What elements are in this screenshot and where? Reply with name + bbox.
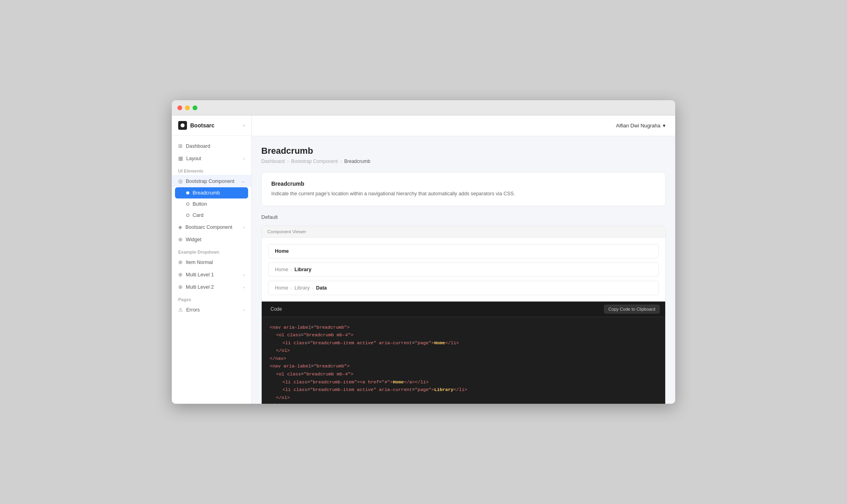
page-title: Breadcrumb (261, 146, 666, 156)
code-section: Code Copy Code to Clipboard <nav aria-la… (262, 302, 665, 404)
user-dropdown-icon: ▾ (663, 123, 666, 129)
logo-text: Bootsarc (190, 122, 215, 129)
bootstrap-icon: ◎ (178, 178, 183, 184)
sidebar-collapse-button[interactable]: ‹ (243, 123, 245, 128)
code-tab-label: Code (267, 305, 285, 314)
info-card-desc: Indicate the current page's location wit… (271, 190, 656, 198)
widget-icon: ⊕ (178, 236, 183, 242)
code-line-2: <ol class="breadcrumb mb-4"> (270, 331, 657, 339)
sidebar-nav: ⊞ Dashboard ▦ Layout ‹ UI Elements ◎ (172, 136, 251, 404)
section-ui-label: UI Elements (172, 165, 251, 175)
code-line-4: </ol> (270, 347, 657, 355)
code-line-8: <li class="breadcrumb-item"><a href="#">… (270, 378, 657, 386)
content-area: Breadcrumb Dashboard › Bootstrap Compone… (252, 136, 675, 404)
bc3-sep2: › (312, 286, 314, 290)
minimize-button[interactable] (185, 105, 190, 110)
bootstrap-group-left: ◎ Bootstrap Component (178, 178, 235, 184)
code-line-5: </nav> (270, 355, 657, 363)
bootsarc-icon: ◈ (178, 224, 182, 230)
breadcrumb-demo-2: Home › Library (268, 262, 659, 277)
dashboard-icon: ⊞ (178, 143, 183, 149)
app-body: Bootsarc ‹ ⊞ Dashboard ▦ Layout ‹ (172, 115, 675, 404)
close-button[interactable] (177, 105, 182, 110)
code-body: <nav aria-label="breadcrumb"> <ol class=… (262, 317, 665, 404)
component-viewer-body: Home Home › Library Home › Library (262, 238, 665, 302)
sidebar-item-bootstrap-component[interactable]: ◎ Bootstrap Component ⌄ (172, 175, 251, 187)
logo-icon (178, 121, 187, 130)
sidebar-item-bootsarc-component[interactable]: ◈ Bootsarc Component ‹ (172, 221, 251, 233)
multi2-group-left: ⊕ Multi Level 2 (178, 284, 214, 290)
breadcrumb-dashboard[interactable]: Dashboard (261, 159, 285, 164)
bootsarc-group-left: ◈ Bootsarc Component (178, 224, 232, 230)
header: Alfian Dwi Nugraha ▾ (252, 115, 675, 136)
copy-code-button[interactable]: Copy Code to Clipboard (604, 305, 660, 314)
sidebar-item-breadcrumb-label: Breadcrumb (193, 190, 220, 196)
sidebar-item-bootsarc-label: Bootsarc Component (185, 224, 232, 230)
button-dot-icon (186, 202, 189, 206)
multi1-chevron-icon: ‹ (243, 272, 245, 277)
sidebar-item-dashboard-label: Dashboard (186, 143, 210, 149)
breadcrumb-current: Breadcrumb (344, 159, 370, 164)
user-name: Alfian Dwi Nugraha (616, 123, 660, 129)
sidebar-item-errors-label: Errors (186, 307, 200, 313)
sidebar-item-card[interactable]: Card (172, 210, 251, 221)
code-line-9: <li class="breadcrumb-item active" aria-… (270, 386, 657, 394)
sidebar-item-button[interactable]: Button (172, 198, 251, 210)
app-window: Bootsarc ‹ ⊞ Dashboard ▦ Layout ‹ (172, 100, 675, 404)
section-default-label: Default (261, 214, 666, 220)
code-line-7: <ol class="breadcrumb mb-4"> (270, 370, 657, 378)
logo-icon-inner (181, 123, 185, 127)
card-dot-icon (186, 214, 189, 217)
breadcrumb-active-dot (186, 191, 189, 194)
user-menu[interactable]: Alfian Dwi Nugraha ▾ (616, 123, 666, 129)
sidebar-item-layout[interactable]: ▦ Layout ‹ (172, 152, 251, 165)
multi2-icon: ⊕ (178, 284, 183, 290)
sidebar: Bootsarc ‹ ⊞ Dashboard ▦ Layout ‹ (172, 115, 252, 404)
bootstrap-chevron-icon: ⌄ (241, 179, 245, 184)
bc3-data: Data (316, 285, 327, 291)
multi2-chevron-icon: ‹ (243, 285, 245, 290)
sidebar-item-button-label: Button (193, 201, 207, 207)
maximize-button[interactable] (193, 105, 197, 110)
component-viewer-label: Component Viewer (267, 229, 306, 234)
info-card: Breadcrumb Indicate the current page's l… (261, 172, 666, 206)
bc3-home: Home (275, 285, 288, 291)
bc1-home: Home (275, 248, 289, 254)
main-content: Alfian Dwi Nugraha ▾ Breadcrumb Dashboar… (252, 115, 675, 404)
errors-group-left: ⚠ Errors (178, 307, 200, 313)
sidebar-item-multi1-label: Multi Level 1 (186, 272, 214, 278)
item-normal-icon: ⊕ (178, 259, 183, 265)
sidebar-item-widget[interactable]: ⊕ Widget (172, 233, 251, 246)
sidebar-item-errors[interactable]: ⚠ Errors ‹ (172, 304, 251, 316)
layout-icon: ▦ (178, 155, 183, 161)
breadcrumb-bootstrap[interactable]: Bootstrap Component (291, 159, 338, 164)
sidebar-item-layout-label: Layout (186, 156, 201, 161)
component-viewer-header: Component Viewer (262, 226, 665, 238)
layout-chevron-icon: ‹ (243, 156, 245, 161)
component-viewer: Component Viewer Home Home › Library (261, 226, 666, 404)
sidebar-item-dashboard[interactable]: ⊞ Dashboard (172, 140, 251, 152)
breadcrumb-demo-3: Home › Library › Data (268, 281, 659, 295)
titlebar (172, 100, 675, 115)
sidebar-item-breadcrumb[interactable]: Breadcrumb (175, 187, 248, 198)
code-header: Code Copy Code to Clipboard (262, 302, 665, 317)
sidebar-item-normal-label: Item Normal (186, 260, 213, 265)
multi1-group-left: ⊕ Multi Level 1 (178, 272, 214, 278)
bc3-library: Library (294, 285, 310, 291)
bc2-sep: › (290, 267, 292, 272)
code-line-11: </nav> (270, 401, 657, 404)
logo: Bootsarc (178, 121, 215, 130)
sidebar-item-multi2-label: Multi Level 2 (186, 284, 214, 290)
bc3-sep1: › (290, 286, 292, 290)
code-line-6: <nav aria-label="breadcrumb"> (270, 362, 657, 370)
errors-icon: ⚠ (178, 307, 183, 313)
sidebar-item-multi2[interactable]: ⊕ Multi Level 2 ‹ (172, 281, 251, 293)
layout-group-left: ▦ Layout (178, 155, 201, 161)
page-breadcrumb: Dashboard › Bootstrap Component › Breadc… (261, 159, 666, 164)
breadcrumb-demo-1: Home (268, 244, 659, 258)
sidebar-item-multi1[interactable]: ⊕ Multi Level 1 ‹ (172, 268, 251, 281)
info-card-title: Breadcrumb (271, 181, 656, 187)
sidebar-item-normal[interactable]: ⊕ Item Normal (172, 256, 251, 268)
window-controls (177, 105, 197, 110)
section-pages-label: Pages (172, 293, 251, 304)
